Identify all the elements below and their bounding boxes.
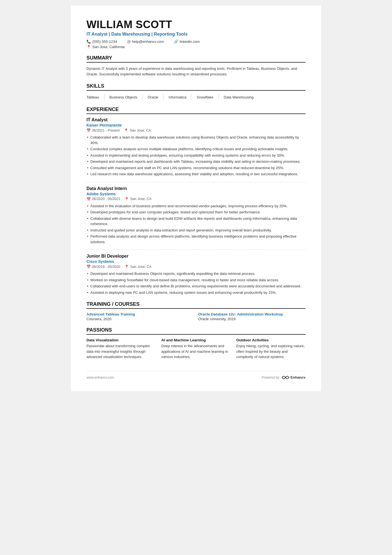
job-location: 📍 San Jose, CA [124, 128, 151, 132]
passion-item: Data Visualization Passionate about tran… [86, 338, 156, 360]
skills-list: TableauBusiness ObjectsOracleInformatica… [86, 94, 306, 100]
phone-number: (555) 555-1234 [92, 40, 117, 44]
email-address: help@enhancv.com [132, 40, 164, 44]
skill-item: Business Objects [105, 94, 143, 100]
bullet-item: Led research into new data warehouse app… [86, 171, 306, 177]
skills-section: SKILLS TableauBusiness ObjectsOracleInfo… [86, 83, 306, 100]
passion-title: Data Visualization [86, 338, 156, 342]
training-item: Oracle Database 12c: Administration Work… [198, 312, 306, 321]
job-entry: Data Analyst Intern Adobe Systems 📅 06/2… [86, 186, 306, 245]
bullet-item: Performed data analysis and design acros… [86, 234, 306, 245]
skill-item: Tableau [86, 94, 105, 100]
bullet-item: Consulted with management and staff on P… [86, 165, 306, 171]
training-title: Advanced Tableau Training [86, 312, 194, 316]
bullet-item: Assisted in implementing and testing pro… [86, 153, 306, 158]
link-icon: 🔗 [174, 40, 178, 44]
bullet-item: Developed prototypes for end-user comput… [86, 209, 306, 215]
job-location: 📍 San Jose, CA [125, 197, 151, 201]
passions-grid: Data Visualization Passionate about tran… [86, 338, 306, 360]
bullet-item: Assisted in the evaluation of business p… [86, 203, 306, 209]
passion-title: Outdoor Activities [236, 338, 306, 342]
job-title: IT Analyst [86, 117, 306, 122]
summary-title: SUMMARY [86, 55, 306, 63]
job-meta: 📅 06/2020 - 05/2021 📍 San Jose, CA [86, 197, 306, 201]
experience-title: EXPERIENCE [86, 107, 306, 114]
skill-item: Informatica [163, 94, 192, 100]
job-company: Kaiser Permanente [86, 123, 306, 127]
skill-item: Data Warehousing [219, 94, 259, 100]
calendar-icon: 📅 [86, 128, 91, 132]
job-date: 📅 06/2020 - 05/2021 [86, 197, 120, 201]
job-company: Cisco Systems [86, 259, 306, 264]
phone-contact: 📞 (555) 555-1234 [86, 40, 117, 44]
job-date: 📅 06/2019 - 05/2020 [86, 265, 120, 269]
job-entry: IT Analyst Kaiser Permanente 📅 06/2021 -… [86, 117, 306, 177]
training-section: TRAINING / COURSES Advanced Tableau Trai… [86, 301, 306, 321]
candidate-title: IT Analyst | Data Warehousing | Reportin… [86, 32, 306, 37]
contact-row: 📞 (555) 555-1234 @ help@enhancv.com 🔗 li… [86, 40, 306, 44]
header: WILLIAM SCOTT IT Analyst | Data Warehous… [86, 19, 306, 49]
footer-brand: Powered by Enhancv [262, 375, 306, 380]
enhancv-icon [282, 375, 289, 380]
job-date: 📅 06/2021 - Present [86, 128, 120, 132]
linkedin-contact[interactable]: 🔗 linkedin.com [174, 40, 200, 44]
bullet-item: Collaborated with a team to develop data… [86, 135, 306, 145]
passion-title: AI and Machine Learning [161, 338, 230, 342]
job-company: Adobe Systems [86, 192, 306, 196]
map-pin-icon: 📍 [124, 128, 128, 132]
location-text: San Jose, California [92, 45, 125, 49]
footer: www.enhancv.com Powered by Enhancv [86, 371, 306, 380]
training-title: Oracle Database 12c: Administration Work… [198, 312, 306, 316]
summary-section: SUMMARY Dynamic IT Analyst with 3 years … [86, 55, 306, 77]
bullet-item: Developed and maintained Business Object… [86, 271, 306, 277]
map-pin-icon: 📍 [125, 197, 129, 201]
skill-item: Oracle [143, 94, 163, 100]
bullet-item: Instructed and guided junior analysts in… [86, 228, 306, 233]
passion-text: Passionate about transforming complex da… [86, 343, 156, 360]
powered-by-label: Powered by [262, 376, 279, 379]
candidate-name: WILLIAM SCOTT [86, 19, 306, 31]
passion-text: Deep interest in the advancements and ap… [161, 343, 230, 360]
resume-page: WILLIAM SCOTT IT Analyst | Data Warehous… [71, 6, 321, 391]
job-bullets: Collaborated with a team to develop data… [86, 135, 306, 177]
calendar-icon: 📅 [86, 197, 91, 201]
jobs-list: IT Analyst Kaiser Permanente 📅 06/2021 -… [86, 117, 306, 295]
email-icon: @ [127, 40, 131, 44]
brand-name: Enhancv [291, 375, 306, 379]
location-icon: 📍 [86, 45, 91, 49]
calendar-icon: 📅 [86, 265, 91, 269]
bullet-item: Collaborated with diverse teams to desig… [86, 216, 306, 227]
job-meta: 📅 06/2021 - Present 📍 San Jose, CA [86, 128, 306, 132]
passions-title: PASSIONS [86, 327, 306, 335]
bullet-item: Developed and maintained reports and das… [86, 159, 306, 164]
passion-item: AI and Machine Learning Deep interest in… [161, 338, 230, 360]
summary-text: Dynamic IT Analyst with 3 years of exper… [86, 66, 306, 77]
experience-section: EXPERIENCE IT Analyst Kaiser Permanente … [86, 107, 306, 295]
bullet-item: Assisted in deploying new PC and LAN sys… [86, 290, 306, 295]
training-grid: Advanced Tableau Training Coursera, 2020… [86, 312, 306, 321]
job-bullets: Assisted in the evaluation of business p… [86, 203, 306, 245]
job-meta: 📅 06/2019 - 05/2020 📍 San Jose, CA [86, 265, 306, 269]
passion-item: Outdoor Activities Enjoy hiking, cycling… [236, 338, 306, 360]
job-title: Data Analyst Intern [86, 186, 306, 191]
footer-website: www.enhancv.com [86, 376, 114, 379]
training-title: TRAINING / COURSES [86, 301, 306, 309]
bullet-item: Conducted complex analysis across multip… [86, 146, 306, 152]
job-entry: Junior BI Developer Cisco Systems 📅 06/2… [86, 254, 306, 295]
map-pin-icon: 📍 [125, 265, 129, 269]
bullet-item: Worked on integrating Snowflake for clou… [86, 277, 306, 283]
enhancv-logo: Enhancv [282, 375, 306, 380]
training-sub: Oracle University, 2019 [198, 317, 306, 321]
skill-item: Snowflake [192, 94, 219, 100]
training-item: Advanced Tableau Training Coursera, 2020 [86, 312, 194, 321]
phone-icon: 📞 [86, 40, 91, 44]
bullet-item: Collaborated with end-users to identify … [86, 283, 306, 289]
passions-section: PASSIONS Data Visualization Passionate a… [86, 327, 306, 360]
email-contact: @ help@enhancv.com [127, 40, 164, 44]
skills-title: SKILLS [86, 83, 306, 91]
job-bullets: Developed and maintained Business Object… [86, 271, 306, 295]
linkedin-url: linkedin.com [180, 40, 200, 44]
job-title: Junior BI Developer [86, 254, 306, 259]
passion-text: Enjoy hiking, cycling, and exploring nat… [236, 343, 306, 360]
training-sub: Coursera, 2020 [86, 317, 194, 321]
